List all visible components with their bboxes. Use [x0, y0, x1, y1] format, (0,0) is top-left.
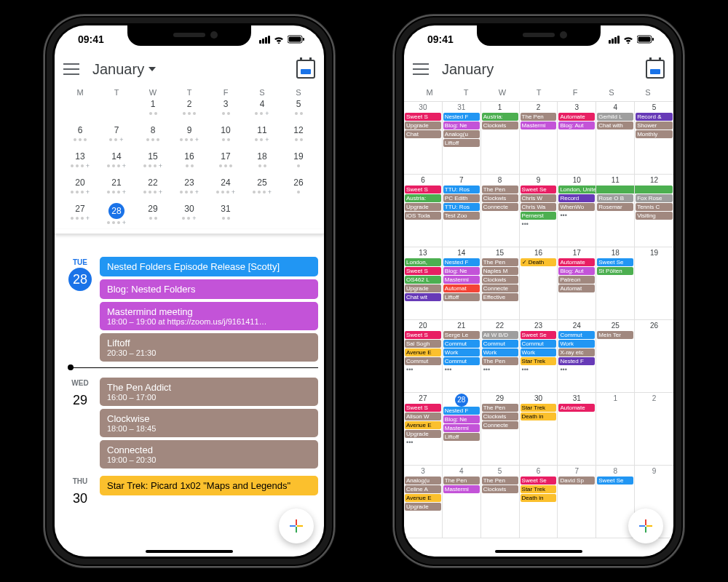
create-button[interactable]: [279, 509, 314, 543]
mini-day-cell[interactable]: [98, 98, 135, 124]
event-chip[interactable]: Clockwis: [482, 194, 518, 202]
event-chip[interactable]: Sal Sogh: [405, 340, 441, 348]
mini-day-cell[interactable]: 6: [62, 124, 98, 151]
month-cell[interactable]: 16✓ Death: [520, 247, 558, 320]
month-cell[interactable]: 18Sweet SeSt Pölten: [596, 247, 635, 320]
event-chip[interactable]: Clockwis: [482, 276, 518, 284]
event-chip[interactable]: Work: [482, 348, 518, 356]
menu-button[interactable]: [413, 61, 429, 77]
month-cell[interactable]: 8The Pen ClockwisConnecte: [481, 175, 520, 247]
event-chip[interactable]: Star Trek: Picard 1x02 "Maps and Legends…: [100, 476, 318, 495]
event-chip[interactable]: Upgrade: [405, 121, 441, 129]
agenda-day-number[interactable]: 30: [68, 487, 92, 510]
mini-day-cell[interactable]: 9+: [171, 124, 207, 151]
event-chip[interactable]: Upgrade: [405, 284, 441, 292]
mini-day-cell[interactable]: 11+: [244, 124, 280, 151]
event-chip[interactable]: Nested Folders Episode Release [Scotty]: [100, 257, 318, 276]
event-chip[interactable]: OS462 L: [405, 276, 441, 284]
mini-day-cell[interactable]: 7+: [98, 124, 135, 151]
mini-day-cell[interactable]: [62, 98, 98, 124]
event-chip[interactable]: Mastermi: [443, 485, 480, 493]
event-chip[interactable]: Avenue E: [405, 421, 441, 429]
mini-day-cell[interactable]: 13+: [62, 151, 98, 177]
mini-day-cell[interactable]: 27+: [62, 203, 98, 229]
event-chip[interactable]: Mastermi: [521, 121, 557, 129]
event-chip[interactable]: Nested F: [558, 357, 595, 365]
event-chip[interactable]: Sweet S: [405, 186, 441, 194]
more-indicator[interactable]: •••: [405, 439, 441, 446]
event-chip[interactable]: Monthly: [636, 130, 673, 138]
event-chip[interactable]: Record &: [636, 113, 673, 121]
event-chip[interactable]: Connected19:00 – 20:30: [100, 440, 318, 469]
month-cell[interactable]: 6Sweet SeStar TrekDeath in: [520, 466, 558, 538]
event-chip[interactable]: Analog(u: [443, 130, 480, 138]
event-chip[interactable]: Nested F: [443, 258, 480, 266]
mini-day-cell[interactable]: 17: [207, 151, 244, 177]
create-button[interactable]: [628, 509, 663, 543]
more-indicator[interactable]: •••: [558, 366, 595, 373]
event-chip[interactable]: Avenue E: [405, 348, 441, 356]
month-cell[interactable]: 27Sweet SAlison WAvenue EUpgrade•••: [404, 393, 443, 466]
event-chip[interactable]: Star Trek: [521, 357, 557, 365]
event-chip[interactable]: Chat with: [597, 121, 633, 129]
month-cell[interactable]: 10London, United Kingdom, JanuRecordWhen…: [558, 175, 596, 247]
month-cell[interactable]: 30Star TrekDeath in: [520, 393, 558, 466]
mini-day-cell[interactable]: 10: [207, 124, 244, 151]
month-cell[interactable]: 1: [596, 393, 635, 466]
event-chip[interactable]: Commut: [482, 340, 518, 348]
event-chip[interactable]: The Pen: [482, 357, 518, 365]
event-chip[interactable]: St Pölten: [597, 267, 633, 275]
event-chip[interactable]: Visiting: [636, 212, 673, 220]
event-chip[interactable]: PC Edith: [443, 194, 480, 202]
agenda-day-number[interactable]: 29: [68, 388, 92, 412]
event-chip[interactable]: WhenWo: [558, 203, 595, 211]
event-chip[interactable]: Work: [521, 348, 557, 356]
agenda-list[interactable]: TUE28Nested Folders Episode Release [Sco…: [55, 254, 324, 557]
event-chip[interactable]: Naples M: [482, 267, 518, 275]
event-chip[interactable]: Sweet S: [405, 113, 441, 121]
event-chip[interactable]: Automate: [558, 258, 595, 266]
mini-day-cell[interactable]: 23+: [171, 177, 207, 203]
event-chip[interactable]: Chat wit: [405, 293, 441, 301]
more-indicator[interactable]: •••: [482, 366, 518, 373]
event-chip[interactable]: [635, 186, 673, 194]
event-chip[interactable]: Automate: [558, 404, 595, 412]
event-chip[interactable]: Liftoff20:30 – 21:30: [100, 333, 318, 362]
month-cell[interactable]: 25Mein Ter: [596, 320, 635, 393]
event-chip[interactable]: X-ray etc: [558, 348, 595, 356]
mini-day-cell[interactable]: [244, 203, 280, 229]
more-indicator[interactable]: •••: [443, 366, 480, 373]
more-indicator[interactable]: •••: [521, 366, 557, 373]
event-chip[interactable]: Record: [558, 194, 595, 202]
event-chip[interactable]: The Pen: [482, 186, 518, 194]
event-chip[interactable]: Blog: Ne: [443, 415, 480, 423]
event-chip[interactable]: Mastermi: [443, 424, 480, 432]
event-chip[interactable]: Blog: Ne: [443, 267, 480, 275]
event-chip[interactable]: Star Trek: [521, 485, 557, 493]
month-cell[interactable]: 2: [635, 393, 673, 466]
mini-day-cell[interactable]: 1: [135, 98, 171, 124]
home-indicator[interactable]: [495, 550, 582, 553]
event-chip[interactable]: Patreon: [558, 276, 595, 284]
month-cell[interactable]: 23Sweet SeCommutWorkStar Trek•••: [520, 320, 558, 393]
event-chip[interactable]: Blog: Aut: [558, 267, 595, 275]
event-chip[interactable]: Test Zoo: [443, 212, 480, 220]
event-chip[interactable]: Work: [558, 340, 595, 348]
event-chip[interactable]: TTU: Ros: [443, 203, 480, 211]
month-cell[interactable]: 4The Pen Mastermi: [443, 466, 481, 538]
event-chip[interactable]: Commut: [521, 340, 557, 348]
event-chip[interactable]: Commut: [405, 357, 441, 365]
event-chip[interactable]: Connecte: [482, 284, 518, 292]
event-chip[interactable]: Serge Le: [443, 331, 480, 339]
event-chip[interactable]: Shower: [636, 121, 673, 129]
event-chip[interactable]: Star Trek: [521, 404, 557, 412]
mini-day-cell[interactable]: 12: [280, 124, 317, 151]
mini-day-cell[interactable]: 19: [280, 151, 317, 177]
event-chip[interactable]: Blog: Nested Folders: [100, 279, 318, 299]
event-chip[interactable]: The Pen: [521, 113, 557, 121]
mini-day-cell[interactable]: 8: [135, 124, 171, 151]
month-cell[interactable]: 30Sweet SUpgradeChat: [404, 102, 443, 175]
event-chip[interactable]: Sweet S: [405, 267, 441, 275]
event-chip[interactable]: [596, 186, 634, 194]
event-chip[interactable]: The Pen Addict16:00 – 17:00: [100, 378, 318, 406]
